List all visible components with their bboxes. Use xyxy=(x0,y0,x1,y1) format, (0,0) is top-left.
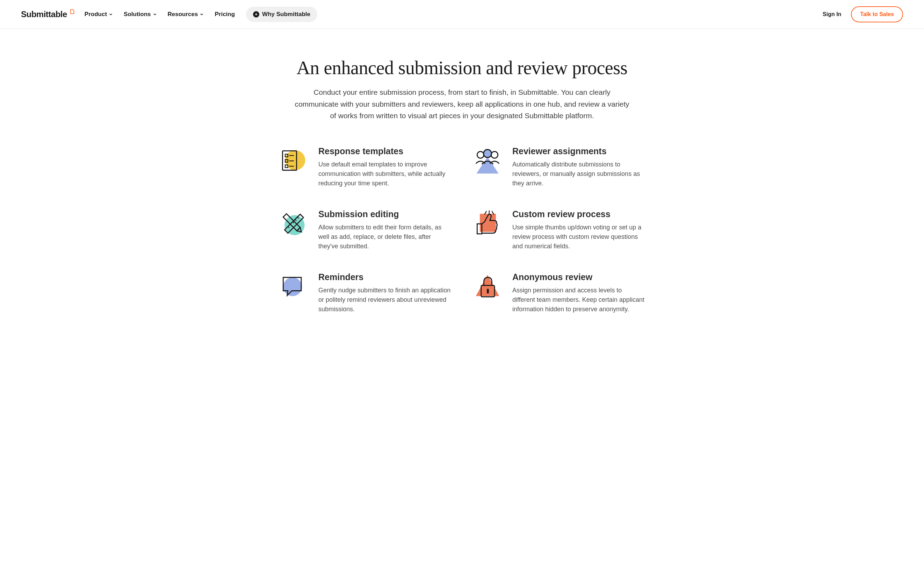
chevron-down-icon xyxy=(153,11,157,18)
checklist-icon xyxy=(279,146,309,176)
svg-point-11 xyxy=(492,151,498,158)
main-content: An enhanced submission and review proces… xyxy=(264,29,660,335)
brand-logo-mark-icon xyxy=(69,9,75,16)
feature-custom-review-process: Custom review process Use simple thumbs … xyxy=(472,209,645,251)
chevron-down-icon xyxy=(200,11,203,18)
feature-title: Submission editing xyxy=(318,209,452,219)
nav-item-why[interactable]: Why Submittable xyxy=(246,7,317,22)
brand-logo[interactable]: Submittable xyxy=(21,10,75,19)
feature-anonymous-review: Anonymous review Assign permission and a… xyxy=(472,272,645,314)
svg-point-26 xyxy=(283,277,302,296)
feature-response-templates: Response templates Use default email tem… xyxy=(279,146,452,188)
nav-item-label: Solutions xyxy=(124,11,151,18)
feature-title: Response templates xyxy=(318,146,452,156)
nav-item-solutions[interactable]: Solutions xyxy=(124,11,156,18)
pencil-ruler-icon xyxy=(279,209,309,239)
svg-marker-8 xyxy=(476,157,498,174)
nav-item-resources[interactable]: Resources xyxy=(168,11,204,18)
features-grid: Response templates Use default email tem… xyxy=(279,146,645,314)
top-nav: Submittable Product Solutions Resources xyxy=(0,0,924,29)
feature-title: Custom review process xyxy=(512,209,645,219)
nav-item-product[interactable]: Product xyxy=(84,11,112,18)
feature-title: Reminders xyxy=(318,272,452,282)
feature-desc: Use simple thumbs up/down voting or set … xyxy=(512,223,645,251)
feature-reviewer-assignments: Reviewer assignments Automatically distr… xyxy=(472,146,645,188)
nav-item-label: Product xyxy=(84,11,107,18)
feature-desc: Assign permission and access levels to d… xyxy=(512,286,645,314)
chevron-down-icon xyxy=(109,11,112,18)
people-icon xyxy=(472,146,503,176)
compass-icon xyxy=(253,11,259,18)
talk-to-sales-button[interactable]: Talk to Sales xyxy=(851,6,903,22)
feature-desc: Automatically distribute submissions to … xyxy=(512,160,645,188)
nav-items: Product Solutions Resources Pricing Why … xyxy=(84,7,317,22)
svg-rect-29 xyxy=(487,289,489,293)
nav-item-pricing[interactable]: Pricing xyxy=(214,11,235,18)
feature-title: Anonymous review xyxy=(512,272,645,282)
nav-item-label: Why Submittable xyxy=(262,11,310,18)
brand-name: Submittable xyxy=(21,10,67,19)
feature-desc: Allow submitters to edit their form deta… xyxy=(318,223,452,251)
feature-submission-editing: Submission editing Allow submitters to e… xyxy=(279,209,452,251)
signin-link[interactable]: Sign In xyxy=(823,11,841,18)
chat-bubble-icon xyxy=(279,272,309,302)
svg-point-9 xyxy=(483,149,492,157)
cta-label: Talk to Sales xyxy=(860,11,894,17)
svg-point-10 xyxy=(477,151,483,158)
signin-label: Sign In xyxy=(823,11,841,17)
feature-title: Reviewer assignments xyxy=(512,146,645,156)
feature-reminders: Reminders Gently nudge submitters to fin… xyxy=(279,272,452,314)
nav-item-label: Resources xyxy=(168,11,198,18)
feature-desc: Use default email templates to improve c… xyxy=(318,160,452,188)
svg-rect-6 xyxy=(285,165,288,167)
page-title: An enhanced submission and review proces… xyxy=(279,57,645,79)
lock-icon xyxy=(472,272,503,302)
page-subtitle: Conduct your entire submission process, … xyxy=(294,86,630,122)
feature-desc: Gently nudge submitters to finish an app… xyxy=(318,286,452,314)
thumbs-up-icon xyxy=(472,209,503,239)
nav-item-label: Pricing xyxy=(214,11,235,18)
